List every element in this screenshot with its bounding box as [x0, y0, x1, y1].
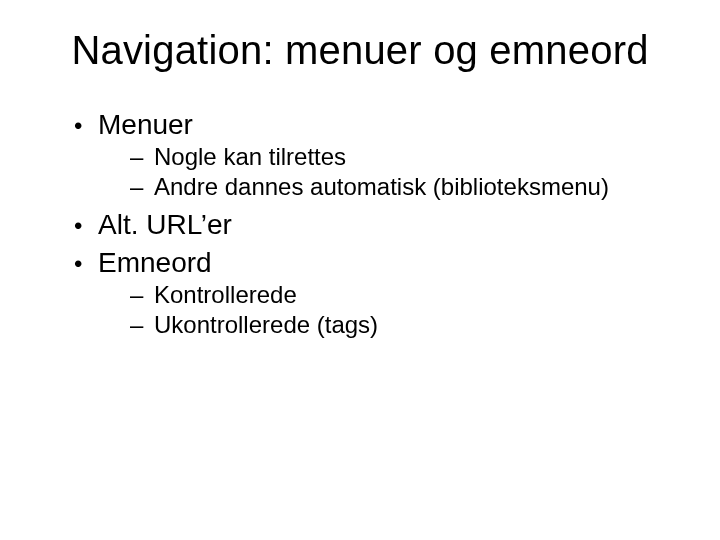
list-item-label: Alt. URL’er [98, 209, 232, 240]
list-item-label: Nogle kan tilrettes [154, 143, 346, 170]
list-item-label: Andre dannes automatisk (biblioteksmenu) [154, 173, 609, 200]
list-item: Ukontrollerede (tags) [130, 311, 660, 339]
slide-title: Navigation: menuer og emneord [60, 28, 660, 73]
list-item: Emneord Kontrollerede Ukontrollerede (ta… [68, 247, 660, 339]
list-item-label: Ukontrollerede (tags) [154, 311, 378, 338]
list-item-label: Emneord [98, 247, 212, 278]
list-item: Kontrollerede [130, 281, 660, 309]
list-item: Alt. URL’er [68, 209, 660, 241]
list-item: Andre dannes automatisk (biblioteksmenu) [130, 173, 660, 201]
list-item-label: Kontrollerede [154, 281, 297, 308]
bullet-list: Menuer Nogle kan tilrettes Andre dannes … [60, 109, 660, 339]
sub-list: Kontrollerede Ukontrollerede (tags) [98, 281, 660, 339]
list-item: Nogle kan tilrettes [130, 143, 660, 171]
list-item-label: Menuer [98, 109, 193, 140]
list-item: Menuer Nogle kan tilrettes Andre dannes … [68, 109, 660, 201]
sub-list: Nogle kan tilrettes Andre dannes automat… [98, 143, 660, 201]
